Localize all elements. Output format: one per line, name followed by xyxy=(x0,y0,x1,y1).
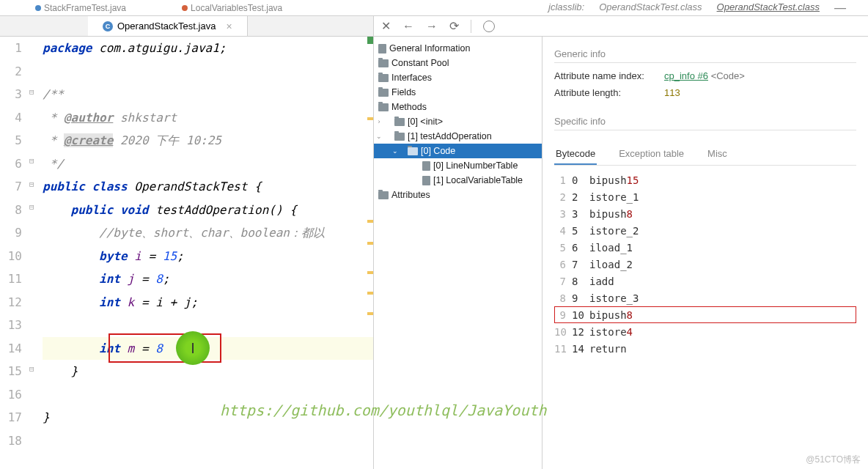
attr-name-label: Attribute name index: xyxy=(554,70,664,81)
attr-len-value: 113 xyxy=(664,87,680,98)
bytecode-row[interactable]: 89 istore_3 xyxy=(554,289,856,306)
cursor-highlight-icon: I xyxy=(176,331,210,365)
tree-node-methods[interactable]: Methods xyxy=(391,102,427,112)
tree-node-testadd[interactable]: [1] testAddOperation xyxy=(408,131,492,141)
folder-icon xyxy=(394,118,405,126)
jclasslib-tabs: jclasslib: OperandStackTest.class Operan… xyxy=(548,1,868,15)
attr-len-label: Attribute length: xyxy=(554,87,664,98)
bytecode-row[interactable]: 910 bipush 8 xyxy=(554,306,856,323)
tree-node-interfaces[interactable]: Interfaces xyxy=(391,73,432,83)
tab-exception[interactable]: Exception table xyxy=(617,144,685,165)
jclasslib-tab-1[interactable]: OperandStackTest.class xyxy=(599,1,702,15)
jclasslib-label: jclasslib: xyxy=(548,1,584,15)
bytecode-row[interactable]: 10 bipush 15 xyxy=(554,171,856,188)
bytecode-row[interactable]: 67 iload_2 xyxy=(554,256,856,273)
folder-icon xyxy=(378,103,389,111)
cp-code: <Code> xyxy=(711,70,745,81)
bytecode-row[interactable]: 1012 istore 4 xyxy=(554,323,856,340)
bytecode-list: 10 bipush 1522 istore_1 33 bipush 845 is… xyxy=(554,171,856,357)
bytecode-row[interactable]: 1114 return xyxy=(554,340,856,357)
bytecode-row[interactable]: 78 iadd xyxy=(554,273,856,289)
bytecode-row[interactable]: 56 iload_1 xyxy=(554,239,856,256)
tree-node-linenum[interactable]: [0] LineNumberTable xyxy=(433,160,518,171)
file-tab-1[interactable]: StackFrameTest.java xyxy=(29,0,132,15)
file-tab-2[interactable]: LocalVariablesTest.java xyxy=(176,0,288,15)
bytecode-row[interactable]: 33 bipush 8 xyxy=(554,205,856,222)
detail-panel: Generic info Attribute name index: cp_in… xyxy=(542,37,868,469)
folder-icon xyxy=(394,133,405,141)
minimize-icon[interactable]: — xyxy=(834,1,846,15)
nav-back-icon[interactable]: ← xyxy=(402,20,414,33)
tree-node-init[interactable]: [0] <init> xyxy=(408,117,443,127)
fold-icon[interactable]: ⊟ xyxy=(29,156,34,166)
folder-icon xyxy=(378,74,389,82)
inspection-ok-icon xyxy=(367,37,373,44)
fold-icon[interactable]: ⊟ xyxy=(29,202,34,212)
fold-icon[interactable]: ⊟ xyxy=(29,180,34,189)
collapse-icon[interactable]: ⌄ xyxy=(374,133,384,140)
folder-icon xyxy=(378,89,389,97)
refresh-icon[interactable]: ⟳ xyxy=(449,19,459,33)
globe-icon[interactable] xyxy=(483,21,495,32)
detail-subtabs: Bytecode Exception table Misc xyxy=(554,144,856,166)
top-file-tabs: StackFrameTest.java LocalVariablesTest.j… xyxy=(0,0,868,16)
tab-misc[interactable]: Misc xyxy=(706,144,729,165)
expand-icon[interactable]: › xyxy=(374,118,384,125)
jclasslib-toolbar: ✕ ← → ⟳ xyxy=(374,16,868,37)
tree-node-general[interactable]: General Information xyxy=(389,43,470,53)
line-gutter: 123456789101112131415161718 xyxy=(0,37,28,469)
cp-info-link[interactable]: cp_info #6 xyxy=(664,70,708,81)
editor-tab-label: OperandStackTest.java xyxy=(117,21,216,32)
folder-icon xyxy=(408,147,418,155)
close-panel-icon[interactable]: ✕ xyxy=(381,19,391,33)
editor-tab-bar: C OperandStackTest.java × xyxy=(0,16,373,37)
bytecode-row[interactable]: 22 istore_1 xyxy=(554,188,856,205)
tree-node-constant-pool[interactable]: Constant Pool xyxy=(391,58,449,68)
specific-info-header: Specific info xyxy=(554,116,856,130)
jclasslib-tab-2[interactable]: OperandStackTest.class xyxy=(717,1,820,15)
fold-icon[interactable]: ⊟ xyxy=(29,87,34,97)
blog-watermark: @51CTO博客 xyxy=(806,454,861,466)
tree-node-code[interactable]: [0] Code xyxy=(421,146,455,156)
tree-node-localvar[interactable]: [1] LocalVariableTable xyxy=(433,175,523,185)
generic-info-header: Generic info xyxy=(554,48,856,63)
fold-icon[interactable]: ⊟ xyxy=(29,364,34,374)
nav-forward-icon[interactable]: → xyxy=(426,20,438,33)
editor-tab[interactable]: C OperandStackTest.java × xyxy=(88,16,248,36)
file-icon xyxy=(422,161,430,171)
file-icon xyxy=(378,44,386,53)
close-icon[interactable]: × xyxy=(226,21,232,32)
tab-bytecode[interactable]: Bytecode xyxy=(554,144,597,165)
tree-node-attributes[interactable]: Attributes xyxy=(391,190,430,200)
file-icon xyxy=(422,176,430,185)
watermark: https://github.com/youthlql/JavaYouth xyxy=(220,402,547,419)
folder-icon xyxy=(378,59,389,67)
tree-node-fields[interactable]: Fields xyxy=(391,87,416,97)
java-class-icon: C xyxy=(103,21,113,32)
folder-icon xyxy=(378,191,389,199)
fold-column: ⊟ ⊟ ⊟ ⊟ ⊟ xyxy=(28,37,43,469)
bytecode-row[interactable]: 45 istore_2 xyxy=(554,222,856,239)
collapse-icon[interactable]: ⌄ xyxy=(390,147,400,155)
